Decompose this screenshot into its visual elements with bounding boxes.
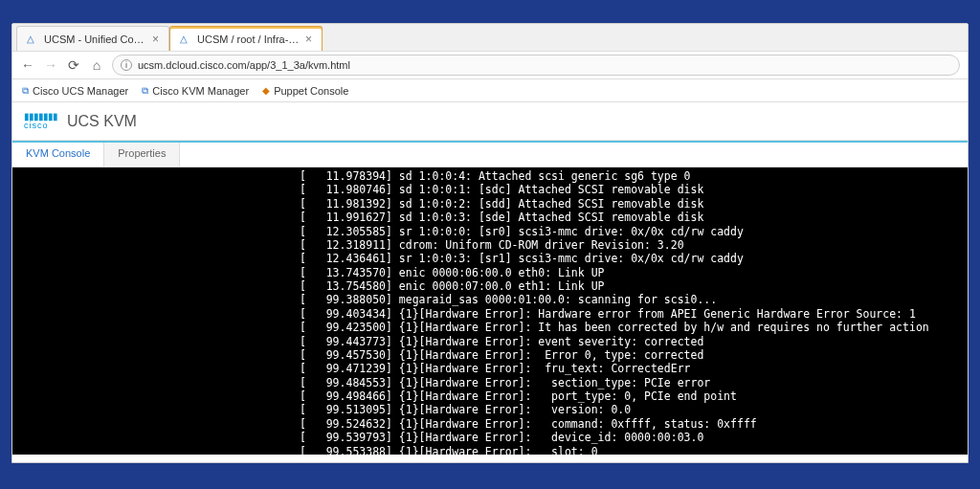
console-line: [ 11.978394] sd 1:0:0:4: Attached scsi g… xyxy=(12,169,968,183)
url-input[interactable]: i ucsm.dcloud.cisco.com/app/3_1_3a/kvm.h… xyxy=(112,55,960,76)
browser-tab[interactable]: △ UCSM - Unified Comput × xyxy=(16,26,169,51)
back-button[interactable]: ← xyxy=(20,57,35,73)
console-line: [ 99.423500] {1}[Hardware Error]: It has… xyxy=(12,321,968,334)
console-line: [ 99.553388] {1}[Hardware Error]: slot: … xyxy=(12,445,968,456)
app-title: UCS KVM xyxy=(67,113,137,130)
console-line: [ 99.403434] {1}[Hardware Error]: Hardwa… xyxy=(12,307,968,321)
home-button[interactable]: ⌂ xyxy=(89,57,104,73)
console-line: [ 99.498466] {1}[Hardware Error]: port_t… xyxy=(12,389,968,403)
console-line: [ 99.388050] megaraid_sas 0000:01:00.0: … xyxy=(12,293,968,306)
tab-title: UCSM - Unified Comput xyxy=(44,33,146,45)
favicon-icon: △ xyxy=(180,33,191,45)
app-tab-strip: KVM Console Properties xyxy=(12,141,968,167)
tab-properties[interactable]: Properties xyxy=(104,143,180,167)
kvm-console-output[interactable]: [ 11.978394] sd 1:0:0:4: Attached scsi g… xyxy=(12,167,968,455)
bookmark-icon: ⧉ xyxy=(22,85,29,97)
bookmark-item[interactable]: ⧉ Cisco UCS Manager xyxy=(22,85,128,97)
app-header: ▮▮▮▮▮▮▮ cisco UCS KVM xyxy=(12,102,968,141)
console-line: [ 13.754580] enic 0000:07:00.0 eth1: Lin… xyxy=(12,279,968,293)
console-line: [ 12.318911] cdrom: Uniform CD-ROM drive… xyxy=(12,238,968,252)
bookmark-label: Puppet Console xyxy=(274,85,348,97)
browser-tab[interactable]: △ UCSM / root / Infra-Ser × xyxy=(169,26,323,51)
console-line: [ 99.484553] {1}[Hardware Error]: sectio… xyxy=(12,376,968,389)
tab-close-icon[interactable]: × xyxy=(305,33,312,46)
console-line: [ 99.443773] {1}[Hardware Error]: event … xyxy=(12,335,968,348)
tab-close-icon[interactable]: × xyxy=(152,33,159,46)
bookmark-icon: ⧉ xyxy=(142,85,148,97)
address-bar: ← → ⟳ ⌂ i ucsm.dcloud.cisco.com/app/3_1_… xyxy=(12,51,968,79)
console-line: [ 99.524632] {1}[Hardware Error]: comman… xyxy=(12,417,968,431)
console-line: [ 11.981392] sd 1:0:0:2: [sdd] Attached … xyxy=(12,197,968,211)
cisco-logo: ▮▮▮▮▮▮▮ cisco xyxy=(24,112,57,130)
browser-window: △ UCSM - Unified Comput × △ UCSM / root … xyxy=(11,23,969,463)
forward-button[interactable]: → xyxy=(43,57,58,73)
console-line: [ 12.436461] sr 1:0:0:3: [sr1] scsi3-mmc… xyxy=(12,252,968,265)
bookmark-item[interactable]: ◆ Puppet Console xyxy=(262,85,348,97)
favicon-icon: △ xyxy=(27,33,38,45)
logo-text: cisco xyxy=(24,122,57,130)
reload-button[interactable]: ⟳ xyxy=(66,57,81,73)
tab-kvm-console[interactable]: KVM Console xyxy=(12,143,104,167)
tab-title: UCSM / root / Infra-Ser xyxy=(197,33,300,45)
console-line: [ 99.457530] {1}[Hardware Error]: Error … xyxy=(12,348,968,362)
browser-tab-strip: △ UCSM - Unified Comput × △ UCSM / root … xyxy=(12,24,968,51)
console-line: [ 13.743570] enic 0000:06:00.0 eth0: Lin… xyxy=(12,266,968,279)
console-line: [ 99.539793] {1}[Hardware Error]: device… xyxy=(12,431,968,444)
bookmark-label: Cisco KVM Manager xyxy=(152,85,249,97)
bookmarks-bar: ⧉ Cisco UCS Manager ⧉ Cisco KVM Manager … xyxy=(12,79,968,102)
console-line: [ 11.991627] sd 1:0:0:3: [sde] Attached … xyxy=(12,211,968,224)
console-line: [ 12.305585] sr 1:0:0:0: [sr0] scsi3-mmc… xyxy=(12,225,968,238)
url-text: ucsm.dcloud.cisco.com/app/3_1_3a/kvm.htm… xyxy=(138,59,350,71)
bookmark-icon: ◆ xyxy=(262,85,270,96)
bookmark-label: Cisco UCS Manager xyxy=(33,85,128,97)
site-info-icon[interactable]: i xyxy=(121,59,132,71)
bookmark-item[interactable]: ⧉ Cisco KVM Manager xyxy=(142,85,249,97)
console-line: [ 99.471239] {1}[Hardware Error]: fru_te… xyxy=(12,362,968,375)
console-line: [ 11.980746] sd 1:0:0:1: [sdc] Attached … xyxy=(12,183,968,196)
console-line: [ 99.513095] {1}[Hardware Error]: versio… xyxy=(12,403,968,416)
